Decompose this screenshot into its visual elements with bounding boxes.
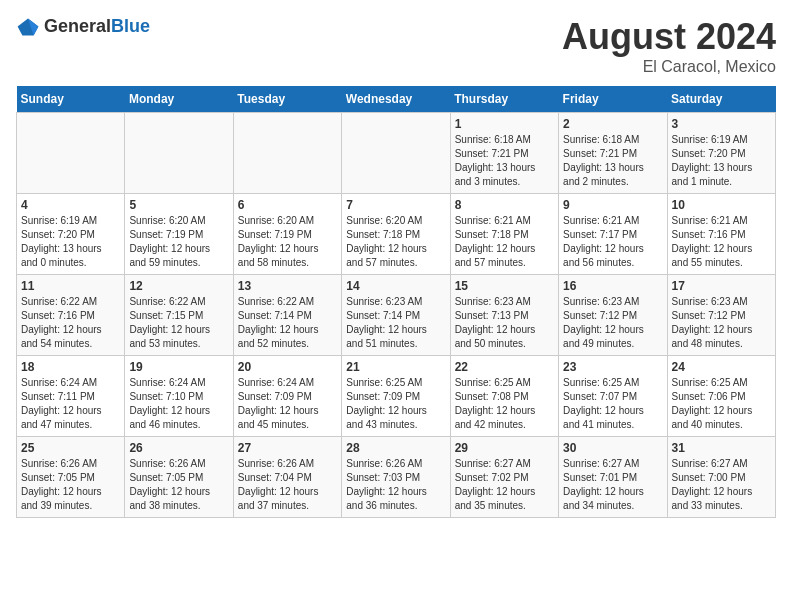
calendar-cell: 17Sunrise: 6:23 AM Sunset: 7:12 PM Dayli… bbox=[667, 275, 775, 356]
day-number: 4 bbox=[21, 198, 120, 212]
week-row: 11Sunrise: 6:22 AM Sunset: 7:16 PM Dayli… bbox=[17, 275, 776, 356]
calendar-cell bbox=[17, 113, 125, 194]
day-number: 30 bbox=[563, 441, 662, 455]
calendar-header: SundayMondayTuesdayWednesdayThursdayFrid… bbox=[17, 86, 776, 113]
day-info: Sunrise: 6:26 AM Sunset: 7:04 PM Dayligh… bbox=[238, 457, 337, 513]
day-of-week-header: Wednesday bbox=[342, 86, 450, 113]
calendar-cell: 29Sunrise: 6:27 AM Sunset: 7:02 PM Dayli… bbox=[450, 437, 558, 518]
day-number: 9 bbox=[563, 198, 662, 212]
calendar-table: SundayMondayTuesdayWednesdayThursdayFrid… bbox=[16, 86, 776, 518]
logo-text-general: General bbox=[44, 16, 111, 36]
logo: GeneralBlue bbox=[16, 16, 150, 37]
week-row: 1Sunrise: 6:18 AM Sunset: 7:21 PM Daylig… bbox=[17, 113, 776, 194]
day-number: 6 bbox=[238, 198, 337, 212]
title-area: August 2024 El Caracol, Mexico bbox=[562, 16, 776, 76]
day-number: 29 bbox=[455, 441, 554, 455]
calendar-cell: 8Sunrise: 6:21 AM Sunset: 7:18 PM Daylig… bbox=[450, 194, 558, 275]
day-number: 15 bbox=[455, 279, 554, 293]
day-info: Sunrise: 6:19 AM Sunset: 7:20 PM Dayligh… bbox=[21, 214, 120, 270]
day-info: Sunrise: 6:20 AM Sunset: 7:19 PM Dayligh… bbox=[129, 214, 228, 270]
day-info: Sunrise: 6:26 AM Sunset: 7:03 PM Dayligh… bbox=[346, 457, 445, 513]
calendar-cell: 1Sunrise: 6:18 AM Sunset: 7:21 PM Daylig… bbox=[450, 113, 558, 194]
day-number: 2 bbox=[563, 117, 662, 131]
logo-icon bbox=[16, 17, 40, 37]
day-number: 26 bbox=[129, 441, 228, 455]
day-info: Sunrise: 6:20 AM Sunset: 7:19 PM Dayligh… bbox=[238, 214, 337, 270]
calendar-cell: 10Sunrise: 6:21 AM Sunset: 7:16 PM Dayli… bbox=[667, 194, 775, 275]
day-info: Sunrise: 6:23 AM Sunset: 7:13 PM Dayligh… bbox=[455, 295, 554, 351]
day-info: Sunrise: 6:22 AM Sunset: 7:16 PM Dayligh… bbox=[21, 295, 120, 351]
calendar-cell: 12Sunrise: 6:22 AM Sunset: 7:15 PM Dayli… bbox=[125, 275, 233, 356]
calendar-cell: 21Sunrise: 6:25 AM Sunset: 7:09 PM Dayli… bbox=[342, 356, 450, 437]
day-number: 31 bbox=[672, 441, 771, 455]
calendar-cell: 19Sunrise: 6:24 AM Sunset: 7:10 PM Dayli… bbox=[125, 356, 233, 437]
day-number: 22 bbox=[455, 360, 554, 374]
calendar-cell bbox=[233, 113, 341, 194]
day-number: 1 bbox=[455, 117, 554, 131]
day-info: Sunrise: 6:25 AM Sunset: 7:07 PM Dayligh… bbox=[563, 376, 662, 432]
calendar-cell: 11Sunrise: 6:22 AM Sunset: 7:16 PM Dayli… bbox=[17, 275, 125, 356]
day-number: 3 bbox=[672, 117, 771, 131]
day-number: 14 bbox=[346, 279, 445, 293]
calendar-cell: 6Sunrise: 6:20 AM Sunset: 7:19 PM Daylig… bbox=[233, 194, 341, 275]
calendar-cell: 15Sunrise: 6:23 AM Sunset: 7:13 PM Dayli… bbox=[450, 275, 558, 356]
day-info: Sunrise: 6:21 AM Sunset: 7:17 PM Dayligh… bbox=[563, 214, 662, 270]
day-of-week-header: Monday bbox=[125, 86, 233, 113]
day-info: Sunrise: 6:23 AM Sunset: 7:12 PM Dayligh… bbox=[563, 295, 662, 351]
calendar-cell: 4Sunrise: 6:19 AM Sunset: 7:20 PM Daylig… bbox=[17, 194, 125, 275]
day-info: Sunrise: 6:23 AM Sunset: 7:14 PM Dayligh… bbox=[346, 295, 445, 351]
calendar-cell: 2Sunrise: 6:18 AM Sunset: 7:21 PM Daylig… bbox=[559, 113, 667, 194]
week-row: 25Sunrise: 6:26 AM Sunset: 7:05 PM Dayli… bbox=[17, 437, 776, 518]
day-info: Sunrise: 6:21 AM Sunset: 7:18 PM Dayligh… bbox=[455, 214, 554, 270]
day-of-week-header: Tuesday bbox=[233, 86, 341, 113]
day-of-week-header: Sunday bbox=[17, 86, 125, 113]
day-info: Sunrise: 6:18 AM Sunset: 7:21 PM Dayligh… bbox=[563, 133, 662, 189]
header: GeneralBlue August 2024 El Caracol, Mexi… bbox=[16, 16, 776, 76]
main-title: August 2024 bbox=[562, 16, 776, 58]
day-number: 10 bbox=[672, 198, 771, 212]
day-of-week-header: Saturday bbox=[667, 86, 775, 113]
calendar-cell: 20Sunrise: 6:24 AM Sunset: 7:09 PM Dayli… bbox=[233, 356, 341, 437]
day-of-week-header: Friday bbox=[559, 86, 667, 113]
calendar-cell: 18Sunrise: 6:24 AM Sunset: 7:11 PM Dayli… bbox=[17, 356, 125, 437]
day-info: Sunrise: 6:25 AM Sunset: 7:06 PM Dayligh… bbox=[672, 376, 771, 432]
day-info: Sunrise: 6:26 AM Sunset: 7:05 PM Dayligh… bbox=[21, 457, 120, 513]
calendar-cell: 9Sunrise: 6:21 AM Sunset: 7:17 PM Daylig… bbox=[559, 194, 667, 275]
calendar-cell: 28Sunrise: 6:26 AM Sunset: 7:03 PM Dayli… bbox=[342, 437, 450, 518]
day-number: 18 bbox=[21, 360, 120, 374]
day-number: 8 bbox=[455, 198, 554, 212]
day-number: 20 bbox=[238, 360, 337, 374]
day-number: 12 bbox=[129, 279, 228, 293]
sub-title: El Caracol, Mexico bbox=[562, 58, 776, 76]
day-info: Sunrise: 6:27 AM Sunset: 7:02 PM Dayligh… bbox=[455, 457, 554, 513]
calendar-cell: 23Sunrise: 6:25 AM Sunset: 7:07 PM Dayli… bbox=[559, 356, 667, 437]
calendar-cell: 16Sunrise: 6:23 AM Sunset: 7:12 PM Dayli… bbox=[559, 275, 667, 356]
day-number: 16 bbox=[563, 279, 662, 293]
day-of-week-header: Thursday bbox=[450, 86, 558, 113]
calendar-cell bbox=[125, 113, 233, 194]
day-info: Sunrise: 6:24 AM Sunset: 7:09 PM Dayligh… bbox=[238, 376, 337, 432]
day-number: 25 bbox=[21, 441, 120, 455]
day-number: 19 bbox=[129, 360, 228, 374]
day-number: 28 bbox=[346, 441, 445, 455]
calendar-cell: 25Sunrise: 6:26 AM Sunset: 7:05 PM Dayli… bbox=[17, 437, 125, 518]
week-row: 18Sunrise: 6:24 AM Sunset: 7:11 PM Dayli… bbox=[17, 356, 776, 437]
calendar-cell: 3Sunrise: 6:19 AM Sunset: 7:20 PM Daylig… bbox=[667, 113, 775, 194]
day-info: Sunrise: 6:22 AM Sunset: 7:14 PM Dayligh… bbox=[238, 295, 337, 351]
calendar-cell: 22Sunrise: 6:25 AM Sunset: 7:08 PM Dayli… bbox=[450, 356, 558, 437]
day-info: Sunrise: 6:22 AM Sunset: 7:15 PM Dayligh… bbox=[129, 295, 228, 351]
day-number: 5 bbox=[129, 198, 228, 212]
calendar-cell: 31Sunrise: 6:27 AM Sunset: 7:00 PM Dayli… bbox=[667, 437, 775, 518]
days-of-week-row: SundayMondayTuesdayWednesdayThursdayFrid… bbox=[17, 86, 776, 113]
day-number: 11 bbox=[21, 279, 120, 293]
day-number: 7 bbox=[346, 198, 445, 212]
day-info: Sunrise: 6:21 AM Sunset: 7:16 PM Dayligh… bbox=[672, 214, 771, 270]
week-row: 4Sunrise: 6:19 AM Sunset: 7:20 PM Daylig… bbox=[17, 194, 776, 275]
calendar-body: 1Sunrise: 6:18 AM Sunset: 7:21 PM Daylig… bbox=[17, 113, 776, 518]
calendar-cell: 26Sunrise: 6:26 AM Sunset: 7:05 PM Dayli… bbox=[125, 437, 233, 518]
day-info: Sunrise: 6:26 AM Sunset: 7:05 PM Dayligh… bbox=[129, 457, 228, 513]
day-number: 17 bbox=[672, 279, 771, 293]
day-info: Sunrise: 6:27 AM Sunset: 7:01 PM Dayligh… bbox=[563, 457, 662, 513]
day-number: 13 bbox=[238, 279, 337, 293]
day-number: 23 bbox=[563, 360, 662, 374]
